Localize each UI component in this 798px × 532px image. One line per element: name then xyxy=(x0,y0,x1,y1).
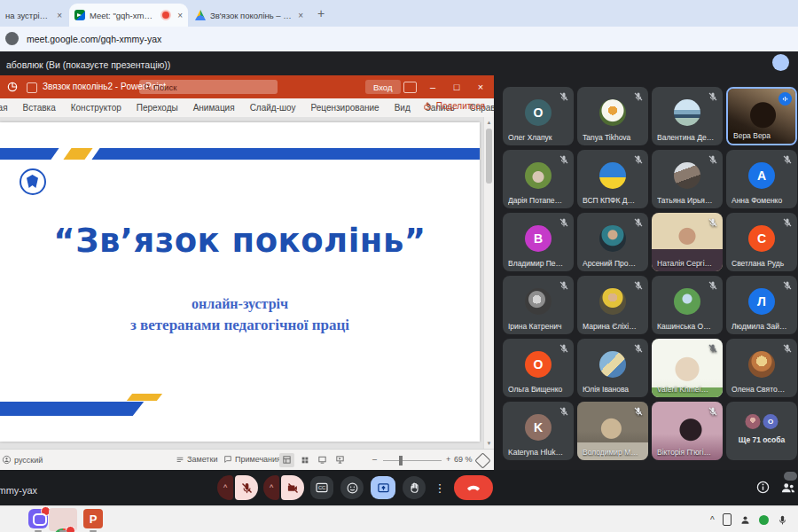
avatar: Л xyxy=(748,288,775,315)
mic-off-icon xyxy=(559,343,569,354)
participant-tile[interactable]: K Kateryna Hluk… xyxy=(503,402,574,460)
mic-off-icon xyxy=(782,154,793,165)
share-button[interactable]: Поделиться xyxy=(423,101,485,111)
slide-decor-footer xyxy=(0,402,144,416)
participant-tile[interactable]: Валентина Де… xyxy=(652,87,723,145)
avatar-bubble[interactable] xyxy=(772,54,789,71)
participant-name: Арсений Про… xyxy=(583,259,645,268)
ribbon-tab-view[interactable]: Вид xyxy=(387,103,418,113)
zoom-out-button[interactable]: – xyxy=(372,455,377,464)
viber-taskbar-icon[interactable] xyxy=(28,509,48,528)
notes-toggle[interactable]: Заметки xyxy=(176,455,217,464)
end-call-button[interactable] xyxy=(454,475,493,500)
raise-hand-button[interactable] xyxy=(403,476,426,499)
tab-meet[interactable]: Meet: "gqh-xmmy-yax" × xyxy=(69,4,188,27)
zoom-slider[interactable] xyxy=(383,460,442,462)
participant-name: Kateryna Hluk… xyxy=(508,448,570,457)
ribbon-tab-insert[interactable]: Вставка xyxy=(15,103,63,113)
participant-tile[interactable]: Наталія Сергі… xyxy=(652,213,723,271)
person-icon[interactable] xyxy=(739,514,751,526)
more-participants-tile[interactable]: О Ще 71 особа xyxy=(726,402,797,460)
ribbon-tab-slideshow[interactable]: Слайд-шоу xyxy=(242,103,303,113)
participant-tile[interactable]: Tanya Tikhova xyxy=(577,87,648,145)
close-tab-icon[interactable]: × xyxy=(298,11,303,20)
close-button[interactable]: × xyxy=(469,75,492,98)
tray-chevron-up-icon[interactable]: ^ xyxy=(710,515,715,525)
participant-tile[interactable]: В Владимир Пе… xyxy=(503,213,574,271)
scroll-up-icon[interactable]: ▲ xyxy=(484,117,494,128)
mic-options-chevron[interactable]: ^ xyxy=(217,475,233,500)
minimize-button[interactable]: – xyxy=(421,75,444,98)
participant-tile[interactable]: Л Людмила Зай… xyxy=(726,276,797,334)
mic-off-icon xyxy=(782,343,793,354)
participant-tile[interactable]: Дарія Потапе… xyxy=(503,150,574,208)
more-options-button[interactable]: ⋮ xyxy=(433,476,447,499)
present-button-active[interactable] xyxy=(371,476,395,499)
tab-drive-doc[interactable]: Зв'язок поколінь – Google Ди × xyxy=(190,4,309,27)
participant-tile[interactable]: Valerii Khmel… xyxy=(652,339,723,397)
save-icon[interactable] xyxy=(27,82,37,93)
close-tab-icon[interactable]: × xyxy=(57,11,62,20)
reading-view-button[interactable] xyxy=(315,453,330,467)
scroll-down-icon[interactable]: ▼ xyxy=(484,438,494,449)
avatar xyxy=(525,162,552,189)
fit-slide-icon[interactable] xyxy=(474,452,490,468)
new-tab-button[interactable]: + xyxy=(317,6,325,20)
reactions-button[interactable] xyxy=(340,476,364,499)
participant-tile[interactable]: Татьяна Ирья… xyxy=(652,150,723,208)
slide-scrollbar[interactable]: ▲ ▼ xyxy=(483,117,494,449)
participant-tile[interactable]: ВСП КПФК Д… xyxy=(577,150,648,208)
participant-tile-speaking[interactable]: Вера Вера xyxy=(726,87,797,145)
mic-muted-button[interactable] xyxy=(235,475,258,500)
ribbon-tab-home[interactable]: Главная xyxy=(0,103,15,113)
zoom-slider-thumb[interactable] xyxy=(399,456,403,466)
ribbon-tab-design[interactable]: Конструктор xyxy=(63,103,129,113)
participant-tile[interactable]: Кашинська О… xyxy=(652,276,723,334)
avatar xyxy=(599,225,626,252)
powerpoint-taskbar-icon[interactable]: P xyxy=(83,509,103,528)
ribbon-display-icon[interactable] xyxy=(403,82,417,93)
browser-url-bar[interactable]: meet.google.com/gqh-xmmy-yax xyxy=(0,27,798,51)
slide-subtitle-2: з ветеранами педагогічної праці xyxy=(0,317,480,334)
normal-view-button[interactable] xyxy=(279,453,294,467)
camera-options-chevron[interactable]: ^ xyxy=(263,475,279,500)
participant-tile[interactable]: Вікторія П'югі… xyxy=(652,402,723,460)
show-participants-button[interactable] xyxy=(780,480,796,496)
sign-in-button[interactable]: Вход xyxy=(365,80,401,94)
slide-sorter-view-button[interactable] xyxy=(297,453,312,467)
maximize-button[interactable]: □ xyxy=(445,75,468,98)
device-icon[interactable] xyxy=(723,513,732,526)
participant-tile[interactable]: Арсений Про… xyxy=(577,213,648,271)
ribbon-tab-review[interactable]: Рецензирование xyxy=(303,103,387,113)
ribbon-tab-animations[interactable]: Анимация xyxy=(185,103,242,113)
participant-tile[interactable]: Юлія Іванова xyxy=(577,339,648,397)
status-green-icon[interactable] xyxy=(759,515,769,525)
language-indicator[interactable]: русский xyxy=(14,456,43,465)
powerpoint-title-bar[interactable]: Звязок поколінь2 - PowerPoint Поиск Вход… xyxy=(0,75,494,98)
zoom-level[interactable]: 69 % xyxy=(454,455,473,464)
comments-toggle[interactable]: Примечания xyxy=(223,455,281,464)
avatar: А xyxy=(748,162,775,189)
participant-tile[interactable]: С Светлана Рудь xyxy=(726,213,797,271)
participant-tile[interactable]: О Ольга Вищенко xyxy=(503,339,574,397)
participant-tile[interactable]: Володимир М… xyxy=(577,402,648,460)
site-info-icon[interactable] xyxy=(5,32,19,45)
participant-tile[interactable]: А Анна Фоменко xyxy=(726,150,797,208)
slideshow-view-button[interactable] xyxy=(332,453,348,467)
scrollbar-thumb[interactable] xyxy=(486,129,492,184)
participant-tile[interactable]: Марина Єліхі… xyxy=(577,276,648,334)
participant-tile[interactable]: Ірина Катренич xyxy=(503,276,574,334)
camera-off-button[interactable] xyxy=(281,475,304,500)
mic-tray-icon[interactable] xyxy=(777,514,788,526)
zoom-in-button[interactable]: + xyxy=(446,455,450,464)
participant-tile[interactable]: О Олег Хлапук xyxy=(503,87,574,145)
close-tab-icon[interactable]: × xyxy=(177,11,183,20)
mic-off-icon xyxy=(559,406,569,417)
participant-tile[interactable]: Олена Свято… xyxy=(726,339,797,397)
powerpoint-icon xyxy=(6,81,19,93)
meeting-info-button[interactable] xyxy=(755,480,771,495)
ribbon-tab-transitions[interactable]: Переходы xyxy=(129,103,185,113)
captions-button[interactable] xyxy=(310,476,333,499)
ppt-search-box[interactable]: Поиск xyxy=(139,80,278,94)
tab-invitation[interactable]: на зустріч об 11 г × xyxy=(0,4,67,27)
